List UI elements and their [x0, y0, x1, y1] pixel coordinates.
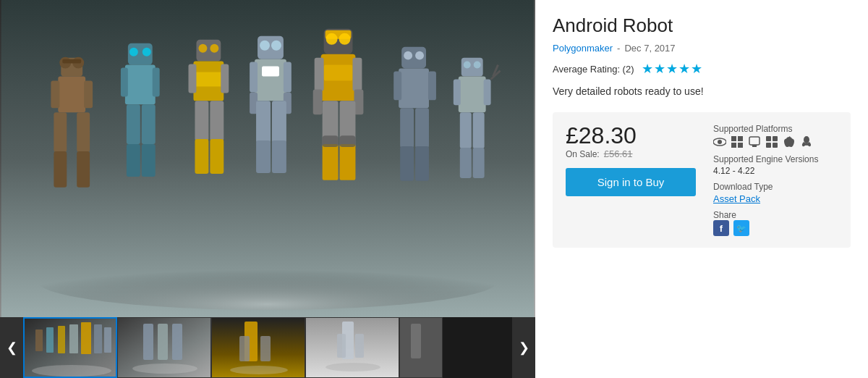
vr-platform-icon [713, 135, 726, 148]
svg-rect-59 [323, 144, 339, 180]
on-sale-label: On Sale: [566, 149, 600, 159]
svg-rect-60 [340, 144, 356, 180]
prev-arrow-button[interactable]: ❮ [0, 317, 23, 378]
svg-rect-46 [262, 67, 279, 77]
thumbnail-2[interactable] [117, 317, 211, 378]
svg-rect-32 [195, 139, 208, 174]
twitter-share-button[interactable]: 🐦 [733, 220, 749, 236]
svg-rect-92 [104, 327, 111, 353]
svg-rect-121 [766, 136, 771, 141]
svg-point-36 [271, 41, 281, 51]
svg-rect-81 [460, 148, 472, 178]
svg-rect-79 [460, 112, 472, 148]
svg-rect-70 [415, 108, 429, 148]
author-link[interactable]: Polygonmaker [553, 43, 613, 54]
svg-point-24 [198, 44, 207, 53]
sidebar-info: Supported Platforms [713, 124, 818, 236]
svg-rect-102 [239, 336, 250, 361]
svg-rect-38 [250, 62, 258, 93]
engine-section: Supported Engine Versions 4.12 - 4.22 [713, 154, 818, 176]
thumbnail-1[interactable] [23, 317, 117, 378]
svg-rect-86 [35, 329, 43, 351]
svg-point-14 [129, 48, 138, 56]
svg-rect-122 [773, 136, 778, 141]
svg-rect-115 [738, 136, 743, 141]
thumbnail-3[interactable] [211, 317, 305, 378]
svg-rect-27 [193, 72, 224, 87]
svg-rect-80 [473, 112, 485, 148]
svg-rect-71 [400, 146, 414, 181]
svg-rect-54 [352, 58, 362, 91]
svg-rect-88 [58, 326, 65, 353]
svg-rect-118 [749, 137, 760, 145]
svg-rect-18 [153, 68, 160, 97]
svg-rect-4 [54, 112, 67, 152]
share-icons: f 🐦 [713, 220, 818, 236]
svg-point-93 [32, 365, 111, 377]
svg-rect-103 [260, 336, 271, 361]
grid-platform-icon [765, 135, 778, 148]
download-type-link[interactable]: Asset Pack [713, 193, 760, 204]
svg-rect-89 [69, 324, 78, 353]
mac-platform-icon [748, 135, 761, 148]
svg-rect-17 [121, 68, 128, 97]
svg-rect-117 [738, 143, 743, 148]
svg-rect-44 [256, 140, 271, 173]
main-container: ❮ [0, 0, 868, 378]
star-rating: ★★★★★ [642, 61, 703, 77]
svg-point-50 [339, 33, 351, 45]
thumbnail-5-partial[interactable] [399, 317, 443, 378]
next-arrow-button[interactable]: ❯ [512, 317, 535, 378]
platforms-title: Supported Platforms [713, 124, 818, 134]
product-description: Very detailed robots ready to use! [553, 84, 851, 99]
svg-rect-98 [172, 324, 182, 360]
purchase-box: £28.30 On Sale: £56.61 Sign in to Buy Su… [553, 112, 851, 248]
svg-rect-87 [46, 327, 54, 353]
svg-rect-45 [272, 140, 286, 173]
svg-point-15 [142, 48, 151, 56]
thumbnail-4[interactable] [305, 317, 399, 378]
svg-rect-120 [752, 145, 757, 146]
svg-point-125 [804, 136, 809, 143]
share-title: Share [713, 210, 818, 220]
svg-point-64 [404, 51, 412, 60]
svg-rect-77 [454, 80, 461, 106]
svg-rect-8 [54, 151, 67, 188]
svg-rect-12 [62, 59, 81, 64]
svg-rect-52 [324, 65, 353, 81]
facebook-share-button[interactable]: f [713, 220, 729, 236]
svg-rect-31 [210, 101, 224, 140]
svg-rect-9 [77, 151, 90, 188]
svg-rect-111 [411, 324, 421, 358]
svg-rect-6 [51, 80, 59, 108]
product-title: Android Robot [553, 14, 851, 37]
svg-rect-37 [255, 59, 286, 101]
svg-point-35 [260, 41, 270, 51]
svg-rect-119 [752, 146, 757, 147]
svg-rect-5 [77, 112, 90, 152]
buy-button[interactable]: Sign in to Buy [566, 168, 696, 196]
svg-rect-62 [340, 135, 356, 147]
svg-rect-66 [399, 69, 429, 109]
download-section: Download Type Asset Pack [713, 182, 818, 204]
left-panel: ❮ [0, 0, 535, 378]
svg-rect-114 [731, 136, 736, 141]
svg-rect-96 [143, 324, 153, 360]
svg-rect-21 [127, 144, 140, 177]
svg-rect-97 [158, 324, 168, 360]
svg-rect-20 [142, 104, 156, 144]
publish-date: Dec 7, 2017 [624, 43, 675, 54]
svg-rect-124 [773, 143, 778, 148]
svg-point-49 [326, 33, 338, 45]
engine-title: Supported Engine Versions [713, 154, 818, 164]
svg-rect-68 [428, 72, 436, 101]
svg-rect-91 [94, 324, 102, 353]
svg-point-1 [37, 252, 498, 310]
main-image [0, 0, 535, 317]
rating-row: Average Rating: (2) ★★★★★ [553, 61, 851, 77]
svg-rect-33 [210, 139, 224, 174]
svg-rect-3 [58, 77, 85, 113]
svg-rect-107 [337, 334, 346, 358]
product-meta: Polygonmaker - Dec 7, 2017 [553, 43, 851, 54]
share-section: Share f 🐦 [713, 210, 818, 236]
